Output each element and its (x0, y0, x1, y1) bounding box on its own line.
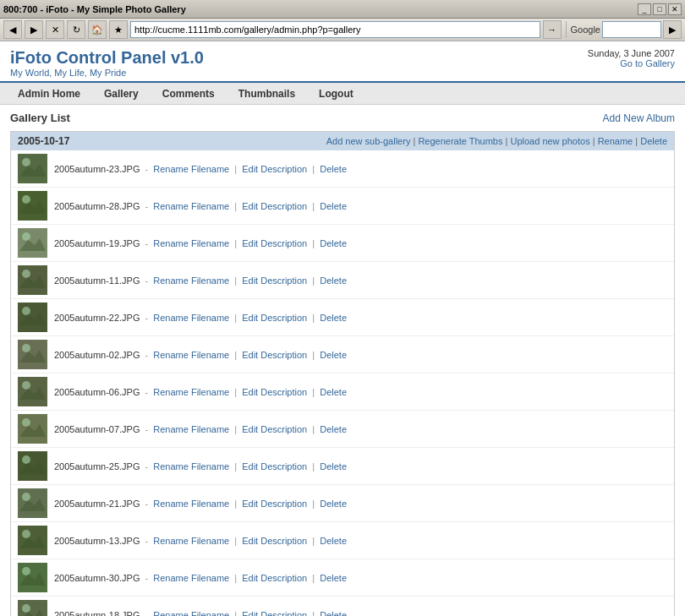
rename-filename-link[interactable]: Rename Filename (153, 350, 229, 360)
tab-gallery[interactable]: Gallery (93, 83, 150, 104)
photo-info: 2005autumn-11.JPG - Rename Filename | Ed… (54, 275, 347, 286)
delete-photo-link[interactable]: Delete (320, 424, 347, 434)
edit-description-link[interactable]: Edit Description (242, 536, 307, 546)
delete-album-link[interactable]: Delete (640, 136, 667, 146)
edit-description-link[interactable]: Edit Description (242, 610, 307, 617)
refresh-button[interactable]: ↻ (67, 20, 85, 39)
edit-description-link[interactable]: Edit Description (242, 275, 307, 286)
photo-thumbnail (18, 265, 47, 295)
delete-photo-link[interactable]: Delete (320, 610, 347, 617)
svg-point-2 (22, 158, 30, 166)
forward-button[interactable]: ▶ (25, 20, 43, 39)
delete-photo-link[interactable]: Delete (320, 387, 347, 397)
back-button[interactable]: ◀ (3, 20, 22, 39)
add-new-album-link[interactable]: Add New Album (603, 112, 675, 124)
svg-point-22 (22, 307, 30, 315)
rename-filename-link[interactable]: Rename Filename (153, 201, 229, 211)
svg-point-57 (22, 567, 30, 575)
favorites-button[interactable]: ★ (109, 20, 128, 39)
delete-photo-link[interactable]: Delete (320, 536, 347, 546)
rename-filename-link[interactable]: Rename Filename (153, 573, 229, 583)
photo-item: 2005autumn-30.JPG - Rename Filename | Ed… (11, 559, 674, 597)
rename-filename-link[interactable]: Rename Filename (153, 610, 229, 617)
delete-photo-link[interactable]: Delete (320, 275, 347, 286)
delete-photo-link[interactable]: Delete (320, 201, 347, 211)
photo-thumbnail (18, 303, 47, 332)
rename-filename-link[interactable]: Rename Filename (153, 461, 229, 472)
rename-album-link[interactable]: Rename (598, 136, 633, 146)
photo-item: 2005autumn-06.JPG - Rename Filename | Ed… (11, 373, 674, 411)
url-input[interactable] (134, 25, 536, 35)
edit-description-link[interactable]: Edit Description (242, 238, 307, 248)
svg-point-12 (22, 232, 30, 241)
svg-point-62 (22, 604, 30, 613)
rename-filename-link[interactable]: Rename Filename (153, 164, 229, 174)
maximize-button[interactable]: □ (653, 3, 666, 15)
edit-description-link[interactable]: Edit Description (242, 499, 307, 509)
album-section: 2005-10-17 Add new sub-gallery | Regener… (10, 131, 675, 616)
photo-item: 2005autumn-19.JPG - Rename Filename | Ed… (11, 225, 674, 262)
tab-admin-home[interactable]: Admin Home (7, 83, 91, 104)
regenerate-thumbs-link[interactable]: Regenerate Thumbs (418, 136, 502, 146)
rename-filename-link[interactable]: Rename Filename (153, 499, 229, 509)
home-button[interactable]: 🏠 (88, 20, 107, 39)
edit-description-link[interactable]: Edit Description (242, 387, 307, 397)
goto-gallery-link[interactable]: Go to Gallery (620, 58, 675, 68)
rename-filename-link[interactable]: Rename Filename (153, 275, 229, 286)
address-bar[interactable] (130, 21, 540, 38)
go-button[interactable]: → (543, 20, 562, 39)
photo-item: 2005autumn-22.JPG - Rename Filename | Ed… (11, 299, 674, 336)
svg-point-42 (22, 455, 30, 464)
delete-photo-link[interactable]: Delete (320, 164, 347, 174)
photo-info: 2005autumn-25.JPG - Rename Filename | Ed… (54, 461, 347, 472)
photo-thumbnail (18, 526, 47, 555)
search-button[interactable]: ▶ (663, 20, 682, 39)
delete-photo-link[interactable]: Delete (320, 350, 347, 360)
photo-thumbnail (18, 600, 47, 616)
rename-filename-link[interactable]: Rename Filename (153, 313, 229, 323)
rename-filename-link[interactable]: Rename Filename (153, 424, 229, 434)
photo-info: 2005autumn-28.JPG - Rename Filename | Ed… (54, 201, 347, 211)
photo-filename: 2005autumn-11.JPG (54, 275, 140, 286)
stop-button[interactable]: ✕ (46, 20, 64, 39)
tab-logout[interactable]: Logout (308, 83, 364, 104)
search-input[interactable] (602, 21, 661, 38)
edit-description-link[interactable]: Edit Description (242, 164, 307, 174)
rename-filename-link[interactable]: Rename Filename (153, 238, 229, 248)
edit-description-link[interactable]: Edit Description (242, 313, 307, 323)
edit-description-link[interactable]: Edit Description (242, 461, 307, 472)
photo-item: 2005autumn-13.JPG - Rename Filename | Ed… (11, 522, 674, 559)
photo-item: 2005autumn-28.JPG - Rename Filename | Ed… (11, 188, 674, 225)
photo-filename: 2005autumn-07.JPG (54, 424, 140, 434)
photo-filename: 2005autumn-18.JPG (54, 610, 140, 617)
photo-filename: 2005autumn-28.JPG (54, 201, 140, 211)
photo-thumbnail (18, 451, 47, 481)
photo-thumbnail (18, 228, 47, 258)
gallery-list-title: Gallery List (10, 112, 70, 124)
photo-filename: 2005autumn-21.JPG (54, 499, 140, 509)
svg-point-7 (22, 195, 30, 204)
add-sub-gallery-link[interactable]: Add new sub-gallery (326, 136, 411, 146)
photo-filename: 2005autumn-19.JPG (54, 238, 140, 248)
rename-filename-link[interactable]: Rename Filename (153, 387, 229, 397)
edit-description-link[interactable]: Edit Description (242, 424, 307, 434)
upload-photos-link[interactable]: Upload new photos (510, 136, 589, 146)
delete-photo-link[interactable]: Delete (320, 238, 347, 248)
delete-photo-link[interactable]: Delete (320, 313, 347, 323)
rename-filename-link[interactable]: Rename Filename (153, 536, 229, 546)
photo-info: 2005autumn-30.JPG - Rename Filename | Ed… (54, 573, 347, 583)
minimize-button[interactable]: _ (638, 3, 651, 15)
delete-photo-link[interactable]: Delete (320, 461, 347, 472)
edit-description-link[interactable]: Edit Description (242, 350, 307, 360)
close-button[interactable]: ✕ (668, 3, 682, 15)
edit-description-link[interactable]: Edit Description (242, 201, 307, 211)
tab-thumbnails[interactable]: Thumbnails (227, 83, 306, 104)
delete-photo-link[interactable]: Delete (320, 499, 347, 509)
photo-item: 2005autumn-07.JPG - Rename Filename | Ed… (11, 411, 674, 448)
tab-comments[interactable]: Comments (151, 83, 226, 104)
app-container: iFoto Control Panel v1.0 My World, My Li… (0, 41, 685, 616)
svg-point-52 (22, 530, 30, 538)
edit-description-link[interactable]: Edit Description (242, 573, 307, 583)
titlebar-buttons[interactable]: _ □ ✕ (638, 3, 682, 15)
delete-photo-link[interactable]: Delete (320, 573, 347, 583)
